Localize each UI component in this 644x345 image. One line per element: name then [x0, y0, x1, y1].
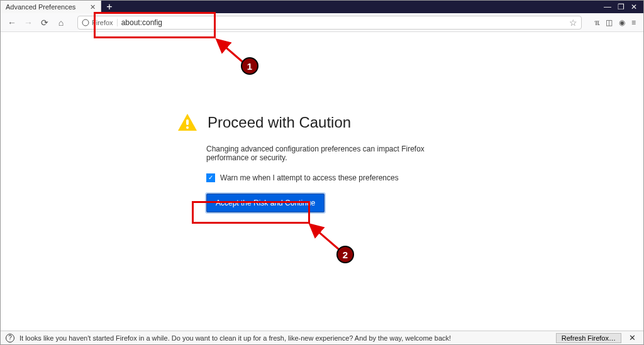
info-icon: ? — [6, 334, 14, 342]
home-button[interactable]: ⌂ — [55, 16, 67, 29]
warning-heading: Proceed with Caution — [208, 114, 351, 131]
maximize-icon[interactable]: ❐ — [618, 3, 625, 11]
accept-risk-button[interactable]: Accept the Risk and Continue — [206, 194, 325, 212]
notification-close-icon[interactable]: ✕ — [626, 333, 638, 342]
notification-text: It looks like you haven't started Firefo… — [19, 334, 451, 342]
forward-button: → — [22, 16, 35, 29]
svg-point-2 — [186, 126, 189, 129]
library-icon[interactable]: ℼ — [594, 18, 599, 27]
titlebar: Advanced Preferences ✕ + — ❐ ✕ — [1, 1, 643, 13]
account-icon[interactable]: ◉ — [619, 18, 625, 27]
reload-button[interactable]: ⟳ — [38, 16, 51, 29]
page-content: Proceed with Caution Changing advanced c… — [1, 32, 643, 331]
back-button[interactable]: ← — [6, 16, 18, 29]
sidebar-icon[interactable]: ◫ — [606, 18, 613, 27]
checkbox-icon[interactable]: ✓ — [206, 173, 215, 182]
toolbar-right: ℼ ◫ ◉ ≡ — [592, 18, 638, 27]
firefox-icon — [82, 19, 89, 26]
tab-close-icon[interactable]: ✕ — [90, 3, 96, 11]
warning-triangle-icon — [177, 113, 197, 132]
checkbox-label: Warn me when I attempt to access these p… — [220, 173, 399, 182]
browser-tab[interactable]: Advanced Preferences ✕ — [1, 1, 101, 13]
navbar: ← → ⟳ ⌂ Firefox ☆ ℼ ◫ ◉ ≡ — [1, 13, 643, 32]
svg-point-0 — [82, 19, 89, 26]
minimize-icon[interactable]: — — [604, 3, 611, 11]
warn-checkbox-row[interactable]: ✓ Warn me when I attempt to access these… — [206, 173, 467, 182]
svg-rect-1 — [186, 119, 189, 125]
url-bar[interactable]: Firefox ☆ — [77, 16, 582, 30]
close-window-icon[interactable]: ✕ — [631, 3, 637, 11]
url-input[interactable] — [121, 18, 565, 27]
warning-card: Proceed with Caution Changing advanced c… — [177, 113, 467, 212]
notification-bar: ? It looks like you haven't started Fire… — [1, 331, 643, 344]
menu-icon[interactable]: ≡ — [631, 18, 636, 27]
tab-title: Advanced Preferences — [6, 3, 75, 11]
bookmark-star-icon[interactable]: ☆ — [569, 18, 577, 28]
warning-description: Changing advanced configuration preferen… — [206, 145, 467, 162]
new-tab-button[interactable]: + — [101, 1, 118, 13]
refresh-firefox-button[interactable]: Refresh Firefox… — [556, 333, 621, 343]
identity-box[interactable]: Firefox — [82, 19, 118, 26]
window-controls: — ❐ ✕ — [604, 1, 643, 13]
identity-label: Firefox — [92, 19, 113, 26]
